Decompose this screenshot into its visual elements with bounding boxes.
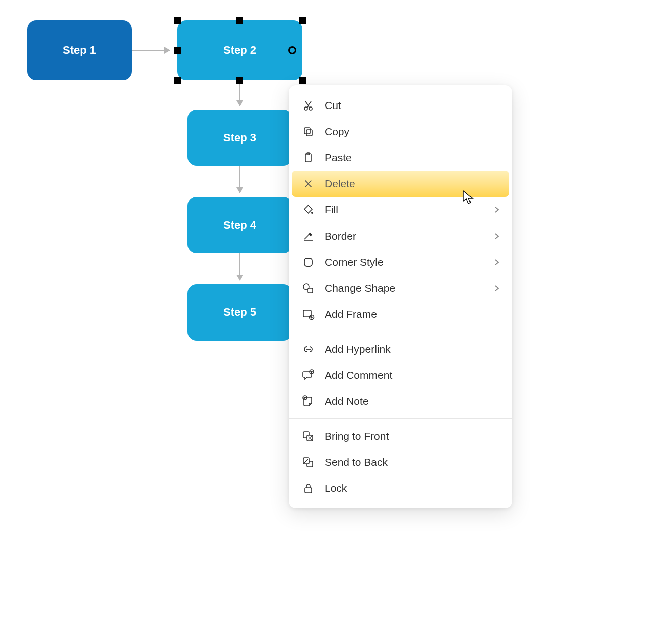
- menu-item-send-to-back[interactable]: Send to Back: [289, 449, 512, 475]
- menu-item-add-hyperlink[interactable]: Add Hyperlink: [289, 336, 512, 362]
- svg-point-1: [309, 107, 312, 110]
- menu-item-corner-style[interactable]: Corner Style: [289, 249, 512, 275]
- menu-item-fill[interactable]: Fill: [289, 197, 512, 223]
- selection-handle-se[interactable]: [299, 77, 306, 84]
- selection-handle-ne[interactable]: [299, 17, 306, 24]
- note-icon: [300, 394, 317, 408]
- arrow-step4-to-step5: [239, 253, 240, 280]
- selection-handle-nw[interactable]: [174, 17, 181, 24]
- menu-item-border-label: Border: [325, 230, 356, 242]
- menu-item-paste-label: Paste: [325, 152, 352, 164]
- selection-rotate-handle[interactable]: [288, 46, 296, 54]
- menu-item-lock-label: Lock: [325, 482, 347, 494]
- corner-style-icon: [300, 255, 317, 269]
- menu-item-add-comment[interactable]: Add Comment: [289, 362, 512, 388]
- change-shape-icon: [300, 281, 317, 295]
- node-step4-label: Step 4: [223, 219, 256, 232]
- copy-icon: [300, 125, 317, 139]
- paste-icon: [300, 151, 317, 165]
- node-step3-label: Step 3: [223, 131, 256, 144]
- menu-item-copy[interactable]: Copy: [289, 119, 512, 145]
- svg-rect-7: [304, 258, 312, 266]
- menu-item-add-frame[interactable]: Add Frame: [289, 301, 512, 328]
- menu-item-fill-label: Fill: [325, 204, 338, 216]
- menu-item-bring-to-front[interactable]: Bring to Front: [289, 423, 512, 449]
- menu-item-send-to-back-label: Send to Back: [325, 456, 388, 468]
- menu-item-copy-label: Copy: [325, 126, 349, 138]
- menu-item-cut-label: Cut: [325, 99, 341, 112]
- menu-item-change-shape[interactable]: Change Shape: [289, 275, 512, 301]
- chevron-right-icon: [494, 206, 499, 213]
- menu-separator: [289, 332, 512, 332]
- menu-item-paste[interactable]: Paste: [289, 145, 512, 171]
- menu-item-cut[interactable]: Cut: [289, 92, 512, 119]
- menu-item-delete[interactable]: Delete: [292, 171, 509, 197]
- svg-point-6: [311, 212, 313, 214]
- node-step5[interactable]: Step 5: [187, 284, 292, 341]
- arrow-step3-to-step4: [239, 166, 240, 193]
- menu-item-corner-style-label: Corner Style: [325, 256, 384, 268]
- menu-item-add-comment-label: Add Comment: [325, 369, 392, 381]
- border-icon: [300, 229, 317, 243]
- menu-item-change-shape-label: Change Shape: [325, 282, 395, 294]
- menu-separator: [289, 418, 512, 419]
- menu-item-bring-to-front-label: Bring to Front: [325, 430, 389, 442]
- menu-item-add-frame-label: Add Frame: [325, 308, 377, 320]
- menu-item-border[interactable]: Border: [289, 223, 512, 249]
- svg-rect-18: [305, 488, 312, 493]
- menu-item-add-hyperlink-label: Add Hyperlink: [325, 343, 391, 355]
- svg-rect-3: [304, 128, 310, 134]
- selection-handle-s[interactable]: [236, 77, 243, 84]
- node-step1-label: Step 1: [63, 44, 96, 57]
- node-step4[interactable]: Step 4: [187, 197, 292, 253]
- add-frame-icon: [300, 307, 317, 321]
- hyperlink-icon: [300, 342, 317, 356]
- arrow-step2-to-step3: [239, 84, 240, 106]
- send-to-back-icon: [300, 455, 317, 469]
- svg-point-0: [304, 107, 307, 110]
- node-step1[interactable]: Step 1: [27, 20, 132, 80]
- node-step2-label: Step 2: [223, 44, 256, 57]
- selection-handle-n[interactable]: [236, 17, 243, 24]
- chevron-right-icon: [494, 259, 499, 266]
- selection-handle-w[interactable]: [174, 47, 181, 54]
- selection-handle-sw[interactable]: [174, 77, 181, 84]
- svg-point-8: [303, 284, 309, 290]
- context-menu: Cut Copy Paste Delete: [289, 85, 512, 508]
- cut-icon: [300, 98, 317, 113]
- menu-item-add-note[interactable]: Add Note: [289, 388, 512, 414]
- menu-item-add-note-label: Add Note: [325, 395, 369, 407]
- bring-to-front-icon: [300, 429, 317, 443]
- chevron-right-icon: [494, 233, 499, 240]
- menu-item-lock[interactable]: Lock: [289, 475, 512, 501]
- comment-icon: [300, 368, 317, 382]
- delete-icon: [300, 177, 317, 191]
- arrow-step1-to-step2: [132, 50, 170, 51]
- svg-rect-2: [306, 130, 312, 136]
- menu-item-delete-label: Delete: [325, 178, 355, 190]
- fill-icon: [300, 203, 317, 217]
- node-step3[interactable]: Step 3: [187, 110, 292, 166]
- lock-icon: [300, 481, 317, 495]
- chevron-right-icon: [494, 285, 499, 292]
- node-step2[interactable]: Step 2: [177, 20, 302, 80]
- node-step5-label: Step 5: [223, 306, 256, 319]
